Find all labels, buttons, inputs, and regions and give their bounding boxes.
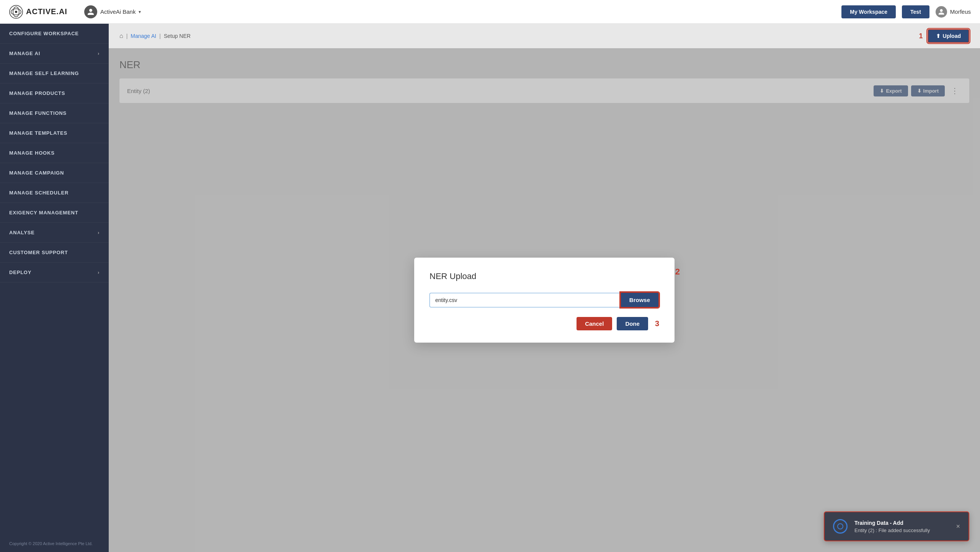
sidebar-item-label: MANAGE TEMPLATES [9,130,67,136]
toast-close-button[interactable]: × [956,523,960,530]
breadcrumb-bar: ⌂ | Manage AI | Setup NER 1 ⬆ Upload [109,24,980,48]
toast-icon [833,519,848,534]
header-right: My Workspace Test Morfeus [841,5,971,18]
sidebar-item-deploy[interactable]: DEPLOY› [0,263,109,283]
sidebar-item-exigency-management[interactable]: EXIGENCY MANAGEMENT [0,203,109,223]
sidebar-item-label: EXIGENCY MANAGEMENT [9,210,78,216]
upload-icon: ⬆ [936,33,941,39]
sidebar-item-label: MANAGE AI [9,51,40,56]
svg-point-3 [15,11,17,13]
modal-file-row: Browse [430,292,659,308]
sidebar-item-analyse[interactable]: ANALYSE› [0,223,109,243]
toast-inner-circle [837,523,843,529]
breadcrumb-separator-2: | [159,33,161,39]
modal-title: NER Upload [430,271,659,281]
toast-notification: Training Data - Add Entity (2) : File ad… [824,511,969,541]
breadcrumb-manage-ai[interactable]: Manage AI [131,33,156,39]
sidebar-item-customer-support[interactable]: CUSTOMER SUPPORT [0,243,109,263]
sidebar-item-label: CUSTOMER SUPPORT [9,250,68,255]
sidebar-item-manage-self-learning[interactable]: MANAGE SELF LEARNING [0,64,109,83]
sidebar: CONFIGURE WORKSPACEMANAGE AI›MANAGE SELF… [0,24,109,552]
sidebar-item-manage-campaign[interactable]: MANAGE CAMPAIGN [0,163,109,183]
user-name: Morfeus [950,8,971,15]
sidebar-item-manage-hooks[interactable]: MANAGE HOOKS [0,143,109,163]
toast-title: Training Data - Add [854,520,949,526]
step-1-number: 1 [919,32,923,40]
sidebar-item-label: MANAGE CAMPAIGN [9,170,64,176]
step-2-number: 2 [675,267,680,277]
user-avatar-icon [936,6,947,18]
step-3-number: 3 [655,319,659,328]
header: ACTIVE.AI ActiveAi Bank ▾ My Workspace T… [0,0,980,24]
test-button[interactable]: Test [902,5,929,18]
main-layout: CONFIGURE WORKSPACEMANAGE AI›MANAGE SELF… [0,24,980,552]
my-workspace-button[interactable]: My Workspace [841,5,896,18]
chevron-down-icon: ▾ [139,9,141,15]
sidebar-item-manage-scheduler[interactable]: MANAGE SCHEDULER [0,183,109,203]
workspace-name: ActiveAi Bank [100,8,136,15]
sidebar-item-label: MANAGE SCHEDULER [9,190,69,196]
upload-button[interactable]: ⬆ Upload [928,29,969,43]
sidebar-item-configure-workspace[interactable]: CONFIGURE WORKSPACE [0,24,109,44]
sidebar-item-label: MANAGE HOOKS [9,150,55,156]
sidebar-arrow-icon: › [98,270,100,275]
home-icon[interactable]: ⌂ [119,33,123,39]
ner-upload-modal: NER Upload 2 Browse Cancel Done 3 [414,258,675,343]
logo-text: ACTIVE.AI [26,7,67,16]
sidebar-item-manage-ai[interactable]: MANAGE AI› [0,44,109,64]
done-button[interactable]: Done [617,317,648,330]
breadcrumb-current: Setup NER [164,33,191,39]
sidebar-item-manage-functions[interactable]: MANAGE FUNCTIONS [0,103,109,123]
cancel-button[interactable]: Cancel [577,317,612,330]
workspace-avatar [84,5,97,18]
user-area[interactable]: Morfeus [936,6,971,18]
file-input[interactable] [430,293,620,307]
workspace-selector[interactable]: ActiveAi Bank ▾ [80,3,146,21]
sidebar-item-label: CONFIGURE WORKSPACE [9,31,79,36]
upload-label: Upload [943,33,961,39]
sidebar-item-manage-products[interactable]: MANAGE PRODUCTS [0,83,109,103]
sidebar-nav: CONFIGURE WORKSPACEMANAGE AI›MANAGE SELF… [0,24,109,283]
toast-text: Training Data - Add Entity (2) : File ad… [854,520,949,533]
modal-overlay: NER Upload 2 Browse Cancel Done 3 [109,48,980,552]
sidebar-arrow-icon: › [98,51,100,56]
browse-button[interactable]: Browse [620,292,659,308]
breadcrumb-separator-1: | [126,33,128,39]
logo-icon [9,5,23,19]
main-content: ⌂ | Manage AI | Setup NER 1 ⬆ Upload NER… [109,24,980,552]
modal-actions: Cancel Done 3 [430,317,659,330]
breadcrumb-right: 1 ⬆ Upload [919,29,969,43]
logo-area: ACTIVE.AI [9,5,67,19]
sidebar-item-manage-templates[interactable]: MANAGE TEMPLATES [0,123,109,143]
page-area: NER Entity (2) ⬇ Export ⬇ Import ⋮ [109,48,980,552]
breadcrumb: ⌂ | Manage AI | Setup NER [119,33,191,39]
sidebar-arrow-icon: › [98,230,100,235]
sidebar-item-label: DEPLOY [9,269,31,275]
sidebar-item-label: MANAGE PRODUCTS [9,90,65,96]
sidebar-item-label: ANALYSE [9,230,35,235]
toast-body: Entity (2) : File added successfully [854,528,949,533]
sidebar-item-label: MANAGE SELF LEARNING [9,70,79,76]
sidebar-copyright: Copyright © 2020 Active Intelligence Pte… [0,535,109,552]
sidebar-item-label: MANAGE FUNCTIONS [9,110,67,116]
